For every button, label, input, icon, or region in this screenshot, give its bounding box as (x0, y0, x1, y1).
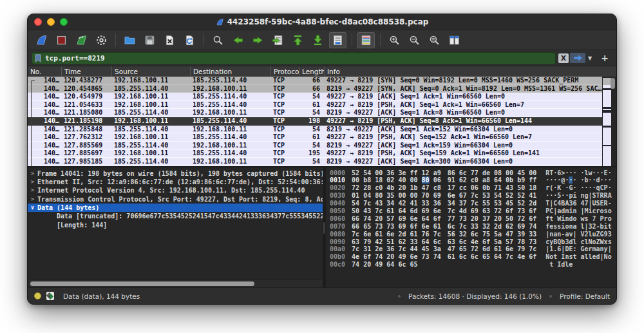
cell-proto: TCP (270, 158, 299, 166)
packet-row[interactable]: 140…120.454979192.168.100.11185.255.114.… (28, 93, 602, 101)
filter-bookmark-icon[interactable] (35, 54, 43, 62)
open-file-button[interactable] (121, 32, 138, 48)
status-profile[interactable]: Profile: Default (560, 292, 610, 300)
restart-capture-button[interactable] (73, 32, 90, 48)
collapsed-arrow-icon[interactable]: > (28, 178, 37, 186)
cell-no: 140… (28, 109, 61, 117)
detail-line[interactable]: >Internet Protocol Version 4, Src: 192.1… (28, 186, 323, 195)
detail-line-selected[interactable]: ∨Data (144 bytes) (28, 204, 323, 212)
hex-offset: 0040 (330, 200, 345, 207)
hex-row[interactable]: 001000 b8 18 02 40 00 80 0691 62 c0 a8 6… (330, 176, 616, 184)
collapsed-arrow-icon[interactable]: > (28, 186, 37, 195)
column-header-protocol[interactable]: Protocol (270, 66, 299, 77)
column-header-info[interactable]: Info (324, 66, 602, 77)
cell-time: 121.054633 (61, 101, 111, 109)
window-title-text: 4423258f-59bc-4a88-bfec-d8ac08c88538.pca… (227, 17, 429, 26)
column-header-length[interactable]: Length (299, 66, 324, 77)
scrollbar-minimap[interactable] (603, 77, 611, 166)
packet-row[interactable]: 140…121.185080185.255.114.40192.168.100.… (28, 109, 602, 117)
close-button[interactable] (34, 18, 42, 26)
expanded-arrow-icon[interactable]: ∨ (28, 204, 37, 212)
collapsed-arrow-icon[interactable]: > (28, 169, 37, 178)
details-hscrollbar-thumb[interactable] (30, 281, 254, 286)
zoom-normal-button[interactable] (426, 32, 443, 48)
column-header-source[interactable]: Source (111, 66, 190, 77)
resize-columns-button[interactable] (446, 32, 463, 48)
close-file-button[interactable] (161, 32, 178, 48)
packet-row[interactable]: 140…127.885697192.168.100.11185.255.114.… (28, 149, 602, 158)
detail-line[interactable]: [Length: 144] (28, 221, 323, 229)
detail-line[interactable]: >Frame 14041: 198 bytes on wire (1584 bi… (28, 169, 323, 178)
arrow-placeholder (28, 212, 37, 220)
hex-row[interactable]: 00c074 20 49 64 6c 65 t Idle (330, 261, 616, 269)
packet-row[interactable]: 140…121.054633192.168.100.11185.255.114.… (28, 101, 602, 109)
detail-line[interactable]: >Ethernet II, Src: 12:a9:86:6c:77:de (12… (28, 178, 323, 186)
hex-row[interactable]: 00b04e 6f 74 20 49 6e 73 7461 6c 6c 65 6… (330, 253, 616, 261)
save-file-button[interactable] (141, 32, 158, 48)
hex-row[interactable]: 009063 79 42 51 62 33 64 6c63 6c 4e 6f 5… (330, 238, 616, 246)
titlebar[interactable]: 4423258f-59bc-4a88-bfec-d8ac08c88538.pca… (28, 14, 616, 30)
packet-row[interactable]: 140…120.454865185.255.114.40192.168.100.… (28, 85, 602, 93)
auto-scroll-icon (332, 34, 344, 46)
hex-row[interactable]: 006066 74 20 57 69 6e 64 6f77 73 20 37 2… (330, 215, 616, 223)
collapsed-arrow-icon[interactable]: > (28, 195, 37, 204)
colorize-button[interactable] (357, 32, 375, 48)
go-back-button[interactable] (229, 32, 247, 48)
filter-clear-button[interactable]: X (558, 53, 569, 63)
hex-row[interactable]: 002072 28 c0 4b 20 1b 47 c817 cc 06 0b 7… (330, 184, 616, 192)
packet-row[interactable]: 140…121.185198192.168.100.11185.255.114.… (28, 117, 602, 126)
packet-row[interactable]: 140…120.438277192.168.100.11185.255.114.… (28, 77, 602, 85)
zoom-button[interactable] (60, 18, 68, 26)
hex-row[interactable]: 00a07c 31 2e 36 7c 44 45 3a47 65 72 6d 6… (330, 245, 616, 253)
column-header-no[interactable]: No. (28, 66, 61, 77)
zoom-out-button[interactable] (406, 32, 423, 48)
packet-list-scrollbar[interactable] (602, 77, 616, 166)
cell-len: 61 (299, 133, 324, 141)
capture-comment-icon[interactable] (46, 292, 54, 300)
pane-splitter[interactable] (323, 167, 326, 287)
hex-row[interactable]: 000052 54 00 36 3e ff 12 a986 6c 77 de 0… (330, 169, 616, 177)
cell-src: 185.255.114.40 (111, 85, 190, 93)
auto-scroll-button[interactable] (329, 32, 346, 48)
cell-info: 49227 → 8219 [ACK] Seq=1 Ack=1 Win=66560… (324, 93, 602, 100)
start-capture-button[interactable] (33, 32, 50, 48)
cell-len: 195 (299, 149, 324, 157)
capture-options-button[interactable] (93, 32, 110, 48)
packet-row[interactable]: 140…127.885569185.255.114.40192.168.100.… (28, 142, 602, 150)
filter-dropdown-caret[interactable]: ▼ (587, 55, 593, 61)
hex-row[interactable]: 007066 65 73 73 69 6f 6e 616c 7c 33 32 2… (330, 223, 616, 231)
packet-row[interactable]: 140…121.285848185.255.114.40192.168.100.… (28, 126, 602, 134)
cell-info: 49227 → 8219 [PSH, ACK] Seq=159 Ack=1 Wi… (324, 149, 602, 157)
display-filter-input[interactable] (45, 54, 553, 62)
display-filter-field[interactable] (32, 52, 556, 64)
filter-toolbar: X ▼ + (28, 50, 616, 66)
cell-proto: TCP (270, 101, 299, 109)
detail-line[interactable]: >Transmission Control Protocol, Src Port… (28, 195, 323, 204)
zoom-in-button[interactable] (386, 32, 403, 48)
stop-capture-icon (55, 34, 68, 46)
reload-file-button[interactable] (181, 32, 198, 48)
column-header-destination[interactable]: Destination (190, 66, 270, 77)
hex-row[interactable]: 005050 43 7c 61 64 6d 69 6e7c 4d 69 63 7… (330, 207, 616, 215)
minimize-button[interactable] (47, 18, 55, 26)
column-header-time[interactable]: Time (61, 66, 111, 77)
packet-row[interactable]: 140…127.985185185.255.114.40192.168.100.… (28, 158, 602, 166)
find-packet-button[interactable] (209, 32, 227, 48)
hex-offset: 0030 (330, 192, 345, 199)
expert-info-icon[interactable] (34, 292, 41, 300)
detail-line[interactable]: Data [truncated]: 70696e677c535452524154… (28, 212, 323, 220)
scrollbar-thumb[interactable] (611, 78, 615, 89)
hex-row[interactable]: 003001 04 80 35 00 00 70 696e 67 7c 53 5… (330, 192, 616, 200)
hex-row[interactable]: 00807c 6e 61 6e 2d 61 76 7c56 32 6c 75 5… (330, 231, 616, 238)
hex-offset: 0050 (330, 207, 345, 214)
filter-apply-button[interactable] (570, 53, 585, 63)
stop-capture-button[interactable] (53, 32, 70, 48)
filter-add-button[interactable]: + (594, 53, 612, 63)
go-first-button[interactable] (289, 32, 307, 48)
go-to-packet-button[interactable] (269, 32, 287, 48)
go-last-button[interactable] (309, 32, 327, 48)
go-forward-button[interactable] (249, 32, 267, 48)
packet-row[interactable]: 140…127.762312192.168.100.11185.255.114.… (28, 133, 602, 142)
details-hscrollbar[interactable] (28, 280, 323, 287)
hex-row[interactable]: 004054 7c 43 34 42 41 33 3634 37 7c 55 5… (330, 200, 616, 207)
